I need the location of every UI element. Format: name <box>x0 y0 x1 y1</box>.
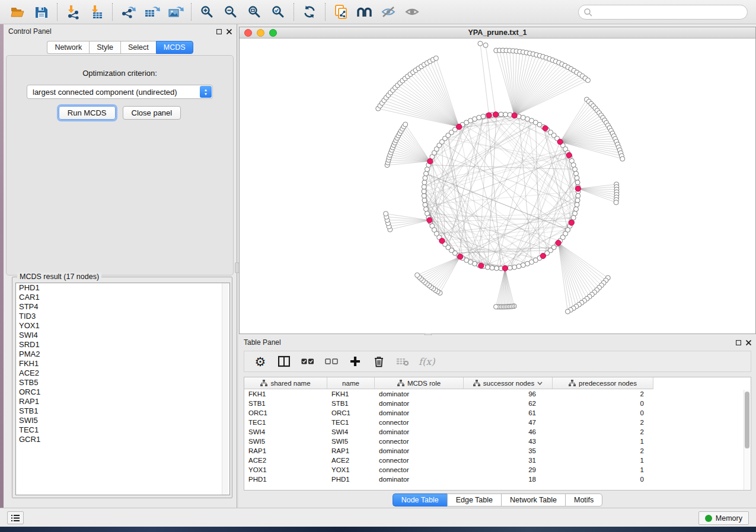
tab-motifs[interactable]: Motifs <box>565 493 602 507</box>
table-cell: TEC1 <box>327 419 375 426</box>
mcds-list-scrollbar[interactable] <box>222 283 228 495</box>
column-header-shared-name[interactable]: shared name <box>244 377 327 389</box>
close-panel-icon[interactable] <box>227 29 232 34</box>
settings-gear-icon[interactable]: ⚙ <box>253 354 268 369</box>
mcds-result-list[interactable]: PHD1CAR1STP4TID3YOX1SWI4SRD1PMA2FKH1ACE2… <box>15 283 230 495</box>
table-scrollbar[interactable] <box>744 390 750 490</box>
mcds-result-item[interactable]: TID3 <box>16 312 229 321</box>
column-header-successor-nodes[interactable]: successor nodes <box>464 377 553 389</box>
zoom-selected-icon[interactable] <box>266 2 290 22</box>
tab-network-table[interactable]: Network Table <box>501 493 565 507</box>
node-table: shared name name MCDS role successor nod… <box>244 377 751 491</box>
zoom-in-icon[interactable] <box>195 2 219 22</box>
run-mcds-button[interactable]: Run MCDS <box>59 106 116 120</box>
memory-button[interactable]: Memory <box>698 511 749 525</box>
mcds-result-item[interactable]: ACE2 <box>16 368 229 378</box>
table-cell: ACE2 <box>327 457 375 464</box>
export-table-icon[interactable] <box>140 2 164 22</box>
table-row[interactable]: PHD1PHD1dominator180 <box>244 475 751 484</box>
open-file-icon[interactable] <box>6 2 30 22</box>
first-neighbors-icon[interactable] <box>353 2 377 22</box>
column-header-mcds-role[interactable]: MCDS role <box>375 377 464 389</box>
table-cell: 2 <box>553 390 653 398</box>
mcds-result-item[interactable]: TEC1 <box>16 425 229 435</box>
mcds-result-item[interactable]: STP4 <box>16 302 229 312</box>
tab-edge-table[interactable]: Edge Table <box>447 493 501 507</box>
delete-table-icon[interactable] <box>395 354 410 369</box>
list-icon <box>11 514 20 522</box>
tab-network[interactable]: Network <box>47 41 89 54</box>
table-row[interactable]: SWI5SWI5connector431 <box>244 437 751 446</box>
mcds-result-item[interactable]: PMA2 <box>16 350 229 359</box>
zoom-fit-icon[interactable] <box>243 2 266 22</box>
table-cell: 1 <box>553 457 653 464</box>
table-row[interactable]: TEC1TEC1connector472 <box>244 418 751 427</box>
table-panel-title: Table Panel <box>244 338 281 347</box>
mcds-result-item[interactable]: YOX1 <box>16 321 229 331</box>
export-network-icon[interactable] <box>116 2 140 22</box>
network-canvas[interactable] <box>240 39 755 334</box>
mcds-result-item[interactable]: SWI5 <box>16 416 229 425</box>
table-scrollbar-thumb[interactable] <box>745 392 749 448</box>
mcds-result-item[interactable]: PHD1 <box>16 283 229 293</box>
duplicate-network-icon[interactable] <box>329 2 353 22</box>
show-all-icon[interactable] <box>400 2 424 22</box>
mcds-result-title: MCDS result (17 nodes) <box>17 273 101 281</box>
table-cell: RAP1 <box>327 447 375 454</box>
optimization-criterion-dropdown[interactable]: largest connected component (undirected)… <box>27 85 213 99</box>
select-all-checkboxes-icon[interactable] <box>300 354 315 369</box>
hide-selected-icon[interactable] <box>377 2 400 22</box>
column-header-predecessor-nodes[interactable]: predecessor nodes <box>553 377 653 389</box>
mcds-result-item[interactable]: ORC1 <box>16 387 229 397</box>
mcds-result-item[interactable]: CAR1 <box>16 293 229 302</box>
float-table-panel-icon[interactable] <box>736 340 741 345</box>
main-toolbar <box>0 0 756 24</box>
mcds-result-item[interactable]: GCR1 <box>16 435 229 444</box>
import-table-icon[interactable] <box>85 2 109 22</box>
table-cell: 46 <box>464 428 553 435</box>
table-row[interactable]: ACE2ACE2connector311 <box>244 456 751 465</box>
network-graph[interactable] <box>240 39 755 334</box>
column-header-name[interactable]: name <box>327 377 375 389</box>
task-history-button[interactable] <box>7 511 24 524</box>
tab-select[interactable]: Select <box>120 41 156 54</box>
table-cell: 29 <box>464 466 553 473</box>
table-cell: SWI4 <box>244 428 327 435</box>
add-column-icon[interactable] <box>347 354 363 369</box>
tab-node-table[interactable]: Node Table <box>393 493 447 507</box>
table-row[interactable]: SWI4SWI4dominator462 <box>244 427 751 437</box>
export-image-icon[interactable] <box>164 2 187 22</box>
table-row[interactable]: STB1STB1dominator620 <box>244 399 751 408</box>
table-cell: connector <box>375 438 464 445</box>
save-session-icon[interactable] <box>30 2 53 22</box>
table-cell: 0 <box>553 476 653 483</box>
delete-columns-icon[interactable] <box>371 354 387 369</box>
table-row[interactable]: RAP1RAP1dominator352 <box>244 446 751 456</box>
close-table-panel-icon[interactable] <box>746 340 751 345</box>
table-cell: 2 <box>553 447 653 454</box>
close-panel-button[interactable]: Close panel <box>123 106 181 120</box>
node-table-header: shared name name MCDS role successor nod… <box>244 377 653 389</box>
mcds-result-item[interactable]: STB1 <box>16 406 229 416</box>
show-columns-icon[interactable] <box>276 354 292 369</box>
refresh-layout-icon[interactable] <box>298 2 321 22</box>
mcds-result-item[interactable]: SWI4 <box>16 331 229 340</box>
float-panel-icon[interactable] <box>216 29 222 34</box>
table-cell: 43 <box>464 438 553 445</box>
mcds-result-item[interactable]: SRD1 <box>16 340 229 350</box>
node-table-body: FKH1FKH1dominator962STB1STB1dominator620… <box>244 389 751 484</box>
zoom-out-icon[interactable] <box>219 2 243 22</box>
import-network-icon[interactable] <box>61 2 85 22</box>
mcds-result-item[interactable]: FKH1 <box>16 359 229 368</box>
network-window-titlebar[interactable]: YPA_prune.txt_1 <box>240 27 755 39</box>
tab-mcds[interactable]: MCDS <box>156 41 193 54</box>
table-row[interactable]: YOX1YOX1connector291 <box>244 465 751 475</box>
deselect-all-checkboxes-icon[interactable] <box>324 354 339 369</box>
search-input[interactable] <box>578 5 748 20</box>
table-row[interactable]: FKH1FKH1dominator962 <box>244 389 751 399</box>
table-row[interactable]: ORC1ORC1dominator610 <box>244 408 751 418</box>
function-builder-icon[interactable]: f(x) <box>419 356 435 367</box>
mcds-result-item[interactable]: RAP1 <box>16 397 229 406</box>
mcds-result-item[interactable]: STB5 <box>16 378 229 387</box>
tab-style[interactable]: Style <box>89 41 120 54</box>
